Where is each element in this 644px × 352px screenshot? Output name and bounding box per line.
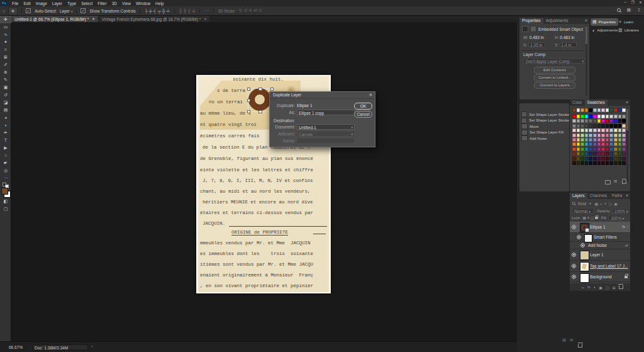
swatch[interactable] — [609, 152, 613, 156]
recent-swatch[interactable] — [593, 108, 597, 112]
delete-layer-icon[interactable] — [619, 285, 623, 289]
swatch[interactable] — [585, 119, 589, 123]
move-tool[interactable]: ✛ — [0, 16, 11, 23]
swatch[interactable] — [614, 152, 618, 156]
history-entry[interactable]: Set Shape Layer Stroke — [519, 118, 569, 123]
new-group-icon[interactable] — [605, 180, 611, 185]
screen-mode-icon[interactable]: ▢ — [0, 205, 11, 213]
swatch[interactable] — [597, 152, 601, 156]
swatch[interactable] — [589, 138, 592, 142]
recent-swatch[interactable] — [572, 108, 576, 112]
swatch[interactable] — [614, 128, 618, 132]
3d-mode-icon[interactable]: ⊙ — [258, 8, 263, 13]
swatch[interactable] — [577, 133, 580, 137]
dock-bottom-icon[interactable]: ⊞ — [570, 338, 573, 343]
menu-layer[interactable]: Layer — [50, 1, 65, 6]
layer-fx-icon[interactable]: fx — [622, 225, 625, 229]
restore-button[interactable]: ❒ — [631, 0, 635, 4]
eyedropper-tool[interactable]: ✐ — [0, 61, 11, 69]
recent-swatch[interactable] — [609, 108, 613, 112]
document-tab[interactable]: Vintage French Ephemera 68.jpg @ 16.7% (… — [99, 16, 211, 22]
menu-select[interactable]: Select — [79, 1, 95, 6]
history-entry[interactable]: Set Shape Layer Fill — [519, 130, 569, 135]
new-group-icon[interactable]: ▢ — [606, 285, 609, 290]
swatch[interactable] — [609, 115, 613, 118]
swatch[interactable] — [618, 142, 622, 146]
swatch[interactable] — [593, 128, 597, 132]
align-icon[interactable]: ╬ — [162, 9, 166, 13]
recent-swatch[interactable] — [597, 108, 601, 112]
menu-3d[interactable]: 3D — [109, 1, 119, 6]
swatch[interactable] — [614, 157, 618, 161]
swatch[interactable] — [614, 124, 618, 128]
swatch[interactable] — [577, 152, 580, 156]
swatch[interactable] — [618, 161, 622, 165]
tab-channels[interactable]: Channels — [587, 193, 609, 199]
opacity-select[interactable]: 100%▾ — [612, 208, 627, 213]
swatch[interactable] — [597, 147, 601, 151]
y-value[interactable]: 1.4 in — [560, 42, 577, 47]
swatch[interactable] — [580, 128, 584, 132]
swatch[interactable] — [589, 147, 592, 151]
history-brush-tool[interactable]: ↺ — [0, 91, 11, 99]
visibility-eye-icon[interactable] — [577, 235, 581, 239]
visibility-eye-icon[interactable] — [572, 225, 576, 229]
foreground-background-swatches[interactable] — [0, 187, 11, 198]
swatch[interactable] — [572, 161, 576, 165]
distribute-icon[interactable]: ╟ — [179, 9, 183, 13]
swatch[interactable] — [589, 133, 592, 137]
convert-to-linked-button[interactable]: Convert to Linked... — [534, 74, 575, 81]
menu-filter[interactable]: Filter — [95, 1, 109, 6]
swatch[interactable] — [580, 124, 584, 128]
visibility-eye-icon[interactable] — [572, 275, 576, 279]
swatch[interactable] — [618, 152, 622, 156]
healing-brush-tool[interactable]: ⊕ — [0, 69, 11, 76]
minimize-button[interactable]: ─ — [624, 0, 626, 4]
layer-mask-icon[interactable]: ▣ — [599, 285, 602, 290]
layer-comp-select[interactable]: Don't Apply Layer Comp ▾ — [523, 58, 586, 64]
swatch[interactable] — [622, 142, 626, 146]
distribute-icon[interactable]: ╫ — [183, 9, 187, 13]
menu-window[interactable]: Window — [133, 1, 153, 6]
panel-menu-icon[interactable]: ≡ — [585, 18, 587, 23]
swatch[interactable] — [593, 119, 597, 123]
swatch[interactable] — [572, 115, 576, 118]
swatch[interactable] — [597, 161, 601, 165]
swatch[interactable] — [614, 161, 618, 165]
swatch[interactable] — [609, 133, 613, 137]
layer-row-background[interactable]: Background — [570, 272, 630, 282]
swatch[interactable] — [618, 115, 622, 118]
dock-button-libraries[interactable]: ▥Libraries — [616, 26, 644, 34]
swatch[interactable] — [585, 128, 589, 132]
swatch[interactable] — [606, 152, 609, 156]
new-swatch-icon[interactable]: ⊞ — [614, 179, 617, 184]
transform-handle[interactable] — [247, 99, 251, 103]
height-field[interactable]: H: 0.483 in — [555, 35, 574, 40]
swatch[interactable] — [580, 119, 584, 123]
auto-select-checkbox[interactable] — [26, 8, 32, 13]
current-tool-indicator[interactable]: ✛ — [8, 7, 18, 15]
swatch[interactable] — [577, 115, 580, 118]
swatch[interactable] — [597, 138, 601, 142]
swatch[interactable] — [614, 119, 618, 123]
swatch[interactable] — [601, 115, 605, 118]
recent-swatch[interactable] — [622, 108, 626, 112]
filter-blend-options-icon[interactable]: ⇌ — [625, 243, 628, 247]
width-field[interactable]: W: 0.483 in — [523, 35, 544, 40]
swatch[interactable] — [597, 128, 601, 132]
swatch[interactable] — [585, 157, 589, 161]
x-field[interactable]: X: 1.05 in — [523, 42, 545, 47]
swatch[interactable] — [577, 142, 580, 146]
swatch[interactable] — [622, 152, 626, 156]
align-icon[interactable]: ╧ — [166, 9, 170, 13]
chevron-up-icon[interactable]: ⌃ — [626, 225, 629, 229]
swatch[interactable] — [601, 119, 605, 123]
swatch[interactable] — [618, 157, 622, 161]
visibility-eye-icon[interactable] — [572, 253, 576, 257]
visibility-eye-icon[interactable] — [580, 243, 585, 247]
dialog-title-bar[interactable]: Duplicate Layer ✕ — [270, 92, 375, 99]
cancel-button[interactable]: Cancel — [354, 111, 372, 118]
layer-filter-kind[interactable]: Kind — [578, 202, 586, 206]
swatch[interactable] — [589, 128, 592, 132]
swatch[interactable] — [601, 142, 605, 146]
